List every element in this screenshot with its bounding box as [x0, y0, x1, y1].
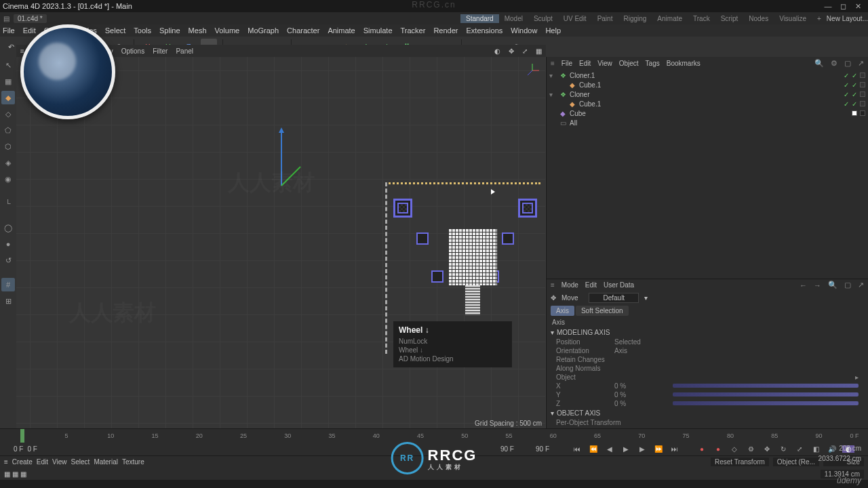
viewport-solo-icon[interactable]: ◯: [1, 221, 15, 235]
popout-icon[interactable]: ↗: [858, 59, 864, 68]
menu-mesh[interactable]: Mesh: [189, 26, 207, 35]
layout-tab-sculpt[interactable]: Sculpt: [528, 14, 558, 23]
tab-axis[interactable]: Axis: [551, 306, 574, 316]
layout-tab-track[interactable]: Track: [688, 14, 715, 23]
viewport-menu-panel[interactable]: Panel: [176, 47, 193, 55]
prev-key-icon[interactable]: ⏪: [587, 445, 599, 453]
object-panel-hamburger-icon[interactable]: ≡: [551, 60, 555, 67]
tab-soft-selection[interactable]: Soft Selection: [576, 306, 629, 316]
slider-z[interactable]: [673, 401, 859, 405]
menu-spline[interactable]: Spline: [159, 26, 180, 35]
slider-x[interactable]: [673, 384, 859, 388]
viewport-axis-gizmo[interactable]: [524, 62, 540, 80]
menu-edit[interactable]: Edit: [23, 26, 36, 35]
menu-file[interactable]: File: [3, 26, 15, 35]
attrib-lock-icon[interactable]: ▢: [844, 281, 851, 289]
attrib-menu-mode[interactable]: Mode: [561, 281, 578, 289]
coord-mode-dropdown[interactable]: Object (Re...: [773, 458, 819, 466]
viewport-solo-off-icon[interactable]: ●: [1, 237, 15, 251]
dropdown-arrow-icon[interactable]: ▸: [855, 373, 859, 381]
key-scale-icon[interactable]: ⤢: [793, 445, 806, 453]
model-mode-icon[interactable]: ↖: [1, 58, 15, 72]
layout-thumb-icon[interactable]: ▦ ▦ ▦: [4, 470, 26, 478]
layout-tab-animate[interactable]: Animate: [652, 14, 688, 23]
viewport-nav1-icon[interactable]: ◐: [494, 47, 500, 55]
viewport[interactable]: ≡ View Cameras Display Options Filter Pa…: [16, 57, 546, 428]
viewport-nav4-icon[interactable]: ▦: [536, 47, 542, 55]
document-tab[interactable]: 01.c4d *: [14, 14, 47, 23]
menu-window[interactable]: Window: [511, 26, 537, 35]
slider-y[interactable]: [673, 392, 859, 396]
snap-settings-icon[interactable]: ⊞: [1, 294, 15, 308]
layout-tab-rigging[interactable]: Rigging: [618, 14, 652, 23]
new-doc-icon[interactable]: ▤: [0, 15, 12, 22]
key-pos-icon[interactable]: ✥: [761, 445, 773, 453]
frame-end-field[interactable]: 90 F: [500, 445, 514, 453]
go-end-icon[interactable]: ⏭: [669, 445, 681, 453]
attrib-popout-icon[interactable]: ↗: [858, 281, 864, 289]
timeline-playhead[interactable]: [20, 429, 24, 443]
search-icon[interactable]: 🔍: [814, 59, 824, 68]
poly-mode-icon[interactable]: ⬡: [1, 140, 15, 153]
viewport-menu-options[interactable]: Options: [121, 47, 144, 55]
attrib-menu-userdata[interactable]: User Data: [604, 281, 634, 289]
object-menu-object[interactable]: Object: [619, 60, 639, 67]
menu-tools[interactable]: Tools: [134, 26, 151, 35]
locked-icon[interactable]: ↺: [1, 253, 15, 267]
layout-tab-uvedit[interactable]: UV Edit: [558, 14, 592, 23]
object-menu-tags[interactable]: Tags: [646, 60, 660, 67]
layout-tab-model[interactable]: Model: [499, 14, 528, 23]
point-mode-icon[interactable]: ◇: [1, 107, 15, 121]
object-menu-bookmarks[interactable]: Bookmarks: [667, 60, 701, 67]
prev-frame-icon[interactable]: ◀: [604, 445, 616, 453]
menu-help[interactable]: Help: [545, 26, 561, 35]
material-menu-select[interactable]: Select: [71, 458, 90, 466]
viewport-menu-filter[interactable]: Filter: [153, 47, 167, 55]
material-hamburger-icon[interactable]: ≡: [4, 458, 8, 466]
menu-render[interactable]: Render: [433, 26, 458, 35]
frame-start-field[interactable]: 0 F: [14, 445, 23, 453]
material-menu-texture[interactable]: Texture: [122, 458, 144, 466]
layout-tab-nodes[interactable]: Nodes: [743, 14, 774, 23]
workplane-grid-icon[interactable]: #: [1, 278, 15, 291]
menu-select[interactable]: Select: [105, 26, 126, 35]
layout-tab-script[interactable]: Script: [715, 14, 744, 23]
coord-value-3[interactable]: 2033.6722 cm: [818, 453, 861, 464]
menu-animate[interactable]: Animate: [328, 26, 355, 35]
viewport-manipulator[interactable]: [261, 125, 302, 194]
preset-dropdown[interactable]: Default: [589, 293, 639, 303]
menu-volume[interactable]: Volume: [215, 26, 240, 35]
reset-transform-button[interactable]: Reset Transform: [711, 458, 769, 466]
frame-end-2[interactable]: 90 F: [536, 445, 549, 453]
object-mode-icon[interactable]: ◆: [1, 91, 15, 104]
chevron-down-icon[interactable]: ▾: [551, 409, 554, 417]
attrib-hamburger-icon[interactable]: ≡: [551, 281, 555, 289]
object-menu-file[interactable]: File: [561, 60, 572, 67]
maximize-icon[interactable]: ◻: [835, 2, 850, 11]
menu-tracker[interactable]: Tracker: [401, 26, 426, 35]
viewport-nav2-icon[interactable]: ✥: [509, 47, 514, 55]
material-menu-create[interactable]: Create: [12, 458, 33, 466]
filter-icon[interactable]: ⚙: [831, 59, 837, 68]
material-menu-edit[interactable]: Edit: [37, 458, 48, 466]
axis-mode-icon[interactable]: └: [1, 197, 15, 210]
texture-mode-icon[interactable]: ▦: [1, 75, 15, 88]
timeline[interactable]: 0510152025303540455055606570758085900 F: [0, 428, 868, 442]
attrib-search-icon[interactable]: 🔍: [828, 281, 837, 289]
next-key-icon[interactable]: ⏩: [652, 445, 665, 453]
preset-dropdown-arrow-icon[interactable]: ▾: [644, 294, 648, 302]
add-layout-icon[interactable]: +: [812, 14, 827, 23]
object-menu-view[interactable]: View: [597, 60, 612, 67]
autokey-icon[interactable]: ●: [712, 445, 724, 453]
attrib-back-icon[interactable]: ←: [800, 281, 807, 289]
attrib-menu-edit[interactable]: Edit: [585, 281, 597, 289]
layout-tab-paint[interactable]: Paint: [592, 14, 618, 23]
tool-plus-icon[interactable]: ✥: [551, 294, 556, 302]
object-menu-edit[interactable]: Edit: [579, 60, 591, 67]
key-rot-icon[interactable]: ↻: [777, 445, 789, 453]
play-icon[interactable]: ▶: [620, 445, 632, 453]
attrib-fwd-icon[interactable]: →: [814, 281, 821, 289]
key-icon[interactable]: ◇: [728, 445, 741, 453]
expand-icon[interactable]: ▢: [844, 59, 851, 68]
close-icon[interactable]: ✕: [850, 2, 865, 11]
